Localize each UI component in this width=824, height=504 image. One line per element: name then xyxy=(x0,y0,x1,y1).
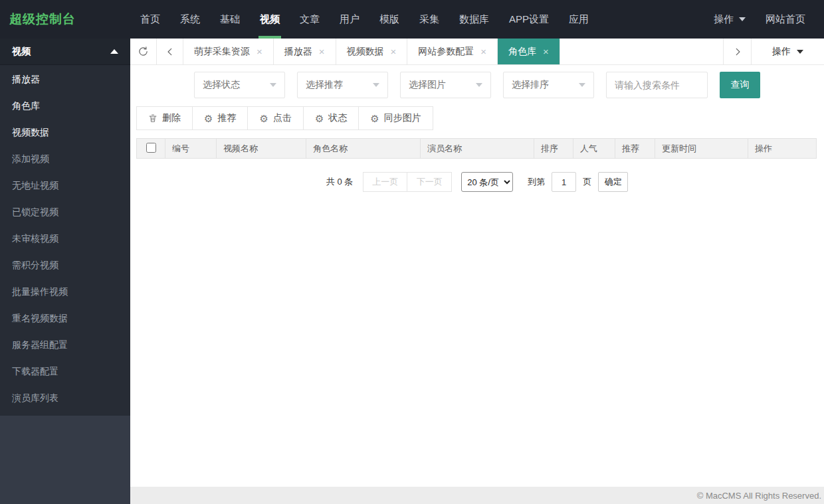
col-actor-name: 演员名称 xyxy=(421,139,534,159)
nav-item-home[interactable]: 首页 xyxy=(130,0,170,39)
delete-label: 删除 xyxy=(162,112,181,124)
goto-confirm-button[interactable]: 确定 xyxy=(598,172,628,192)
tab-label: 播放器 xyxy=(284,46,312,58)
close-icon[interactable]: × xyxy=(319,46,325,56)
tabbar-ops-dropdown[interactable]: 操作 xyxy=(751,39,824,64)
status-button[interactable]: ⚙ 状态 xyxy=(304,106,359,130)
trash-icon xyxy=(148,114,157,123)
per-page-select[interactable]: 20 条/页 xyxy=(461,172,513,192)
nav-item-apps[interactable]: 应用 xyxy=(559,0,599,39)
select-image-label: 选择图片 xyxy=(409,79,446,91)
tab-label: 角色库 xyxy=(508,46,536,58)
tab-player[interactable]: 播放器 × xyxy=(274,39,336,64)
goto-page-input[interactable] xyxy=(552,172,576,192)
main-nav: 首页 系统 基础 视频 文章 用户 模版 采集 数据库 APP设置 应用 xyxy=(130,0,599,39)
tab-label: 网站参数配置 xyxy=(418,46,474,58)
tab-video-data[interactable]: 视频数据 × xyxy=(336,39,408,64)
select-sort-label: 选择排序 xyxy=(512,79,549,91)
goto-suffix: 页 xyxy=(583,176,591,188)
col-sort: 排序 xyxy=(534,139,573,159)
sidebar-item-video-data[interactable]: 视频数据 xyxy=(0,120,130,146)
sidebar-group-video[interactable]: 视频 xyxy=(0,39,130,65)
gear-icon: ⚙ xyxy=(259,114,268,124)
navbar-ops-dropdown[interactable]: 操作 xyxy=(704,13,755,26)
select-status[interactable]: 选择状态 xyxy=(194,72,285,98)
search-input[interactable] xyxy=(606,72,708,98)
close-icon[interactable]: × xyxy=(391,46,397,56)
search-button[interactable]: 查询 xyxy=(720,72,760,98)
chevron-down-icon xyxy=(797,50,803,54)
prev-page-button[interactable]: 上一页 xyxy=(363,172,407,192)
sync-image-button[interactable]: ⚙ 同步图片 xyxy=(359,106,433,130)
sidebar-item-downloader[interactable]: 下载器配置 xyxy=(0,359,130,385)
select-all-checkbox[interactable] xyxy=(146,143,156,153)
chevron-down-icon xyxy=(373,83,379,87)
pagination: 共 0 条 上一页 下一页 20 条/页 到第 页 确定 xyxy=(130,172,824,192)
nav-item-app-settings[interactable]: APP设置 xyxy=(499,0,559,39)
select-image[interactable]: 选择图片 xyxy=(400,72,491,98)
sidebar-menu: 播放器 角色库 视频数据 添加视频 无地址视频 已锁定视频 未审核视频 需积分视… xyxy=(0,65,130,416)
col-update-time: 更新时间 xyxy=(655,139,748,159)
nav-item-collect[interactable]: 采集 xyxy=(409,0,449,39)
chevron-down-icon xyxy=(739,17,746,21)
site-home-link[interactable]: 网站首页 xyxy=(755,13,811,26)
select-sort[interactable]: 选择排序 xyxy=(503,72,594,98)
table-header-row: 编号 视频名称 角色名称 演员名称 排序 人气 推荐 更新时间 操作 xyxy=(137,139,817,159)
select-recommend[interactable]: 选择推荐 xyxy=(297,72,388,98)
sync-image-label: 同步图片 xyxy=(384,112,421,124)
sidebar-item-role-library[interactable]: 角色库 xyxy=(0,93,130,120)
tab-role-library[interactable]: 角色库 × xyxy=(498,39,560,64)
sidebar-item-unreviewed-video[interactable]: 未审核视频 xyxy=(0,226,130,252)
recommend-button[interactable]: ⚙ 推荐 xyxy=(193,106,248,130)
tabs-scroll-left-button[interactable] xyxy=(157,39,183,64)
copyright-text: © MacCMS All Rights Reserved. xyxy=(697,491,821,501)
refresh-icon xyxy=(138,46,149,57)
nav-item-template[interactable]: 模版 xyxy=(369,0,409,39)
nav-item-basic[interactable]: 基础 xyxy=(210,0,250,39)
nav-item-user[interactable]: 用户 xyxy=(330,0,369,39)
gear-icon: ⚙ xyxy=(315,114,324,124)
sidebar-item-player[interactable]: 播放器 xyxy=(0,66,130,93)
close-icon[interactable]: × xyxy=(257,46,262,56)
sidebar-item-no-address-video[interactable]: 无地址视频 xyxy=(0,173,130,199)
chevron-right-icon xyxy=(733,47,742,56)
close-icon[interactable]: × xyxy=(480,46,486,56)
next-page-button[interactable]: 下一页 xyxy=(407,172,452,192)
col-role-name: 角色名称 xyxy=(306,139,421,159)
chevron-down-icon xyxy=(579,83,585,87)
sidebar-item-batch-video[interactable]: 批量操作视频 xyxy=(0,279,130,305)
sidebar-item-server-group[interactable]: 服务器组配置 xyxy=(0,332,130,359)
sidebar-item-points-video[interactable]: 需积分视频 xyxy=(0,252,130,279)
nav-item-article[interactable]: 文章 xyxy=(290,0,330,39)
tabbar-ops-label: 操作 xyxy=(772,46,791,58)
batch-actions: 删除 ⚙ 推荐 ⚙ 点击 ⚙ 状态 ⚙ 同步图片 xyxy=(136,106,824,130)
gear-icon: ⚙ xyxy=(204,114,213,124)
close-icon[interactable]: × xyxy=(543,46,549,56)
nav-item-video[interactable]: 视频 xyxy=(250,0,290,39)
delete-button[interactable]: 删除 xyxy=(136,106,193,130)
sidebar-item-duplicate-video[interactable]: 重名视频数据 xyxy=(0,305,130,332)
col-operations: 操作 xyxy=(748,139,817,159)
hits-button[interactable]: ⚙ 点击 xyxy=(248,106,303,130)
top-navbar: 超级控制台 首页 系统 基础 视频 文章 用户 模版 采集 数据库 APP设置 … xyxy=(0,0,824,39)
tab-site-params[interactable]: 网站参数配置 × xyxy=(407,39,498,64)
navbar-ops-label: 操作 xyxy=(714,13,734,26)
tab-mengya-collect[interactable]: 萌芽采集资源 × xyxy=(183,39,274,64)
nav-item-system[interactable]: 系统 xyxy=(170,0,210,39)
sidebar-item-locked-video[interactable]: 已锁定视频 xyxy=(0,199,130,226)
status-label: 状态 xyxy=(328,112,347,124)
navbar-right: 操作 网站首页 xyxy=(704,0,824,39)
goto-prefix: 到第 xyxy=(528,176,545,188)
nav-item-database[interactable]: 数据库 xyxy=(449,0,499,39)
tabs-scroll-right-button[interactable] xyxy=(723,39,751,64)
refresh-button[interactable] xyxy=(130,39,157,64)
collapse-up-icon xyxy=(110,49,118,54)
sidebar-item-add-video[interactable]: 添加视频 xyxy=(0,146,130,173)
main-area: 萌芽采集资源 × 播放器 × 视频数据 × 网站参数配置 × 角色库 × xyxy=(130,39,824,504)
total-count: 共 0 条 xyxy=(326,176,353,188)
sidebar-group-label: 视频 xyxy=(12,46,31,58)
sidebar: 视频 播放器 角色库 视频数据 添加视频 无地址视频 已锁定视频 未审核视频 需… xyxy=(0,39,130,504)
sidebar-item-actor-library[interactable]: 演员库列表 xyxy=(0,385,130,412)
role-table: 编号 视频名称 角色名称 演员名称 排序 人气 推荐 更新时间 操作 xyxy=(136,138,817,159)
col-id: 编号 xyxy=(165,139,217,159)
